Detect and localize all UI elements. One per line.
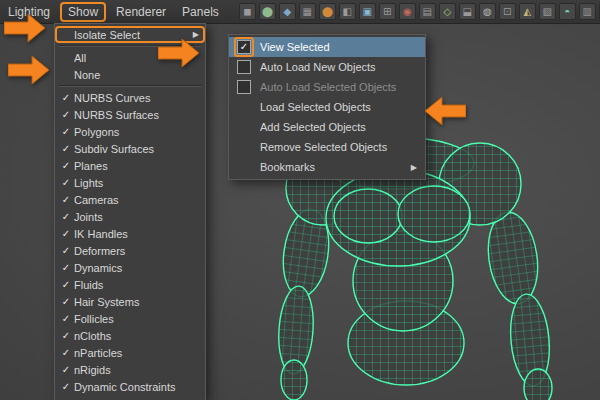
menu-item-label: Dynamic Constraints <box>74 381 189 393</box>
menu-panels[interactable]: Panels <box>174 3 227 21</box>
toolbar-icon[interactable]: ▣ <box>359 3 376 20</box>
check-icon: ✓ <box>58 160 74 171</box>
check-icon: ✓ <box>58 211 74 222</box>
toolbar-icon[interactable]: ⬤ <box>259 3 276 20</box>
submenu-item-label: Auto Load Selected Objects <box>260 81 396 93</box>
check-icon: ✓ <box>58 381 74 392</box>
annotation-arrow-show <box>4 13 46 43</box>
annotation-arrow-view-selected <box>158 38 200 68</box>
toolbar-icon[interactable]: ◉ <box>399 3 416 20</box>
submenu-item[interactable]: ✓ View Selected <box>229 37 425 57</box>
toolbar-icon[interactable]: ▦ <box>299 3 316 20</box>
toolbar-icon[interactable]: ◇ <box>439 3 456 20</box>
menu-item-label: NURBS Surfaces <box>74 109 189 121</box>
menu-item-label: Cameras <box>74 194 189 206</box>
menu-item[interactable]: ✓ Hair Systems <box>55 293 205 310</box>
menu-item-label: Planes <box>74 160 189 172</box>
menu-item[interactable]: ✓ IK Handles <box>55 225 205 242</box>
menu-item-label: IK Handles <box>74 228 189 240</box>
toolbar-icon[interactable]: ⬤ <box>319 3 336 20</box>
menu-item[interactable]: ✓ Lights <box>55 174 205 191</box>
check-icon: ✓ <box>58 364 74 375</box>
menu-item[interactable]: ✓ nCloths <box>55 327 205 344</box>
toolbar-icon[interactable]: ⬓ <box>459 3 476 20</box>
check-icon: ✓ <box>58 347 74 358</box>
toolbar-icon[interactable]: ⊡ <box>499 3 516 20</box>
toolbar-icon[interactable]: ◭ <box>519 3 536 20</box>
submenu-item-label: Bookmarks <box>260 161 315 173</box>
toolbar-icon[interactable]: ▧ <box>539 3 556 20</box>
submenu-item[interactable]: Bookmarks ▶ <box>229 157 425 177</box>
menu-item[interactable]: ✓ nRigids <box>55 361 205 378</box>
menu-item[interactable]: ✓ Subdiv Surfaces <box>55 140 205 157</box>
menu-item[interactable]: ✓ Joints <box>55 208 205 225</box>
menu-item[interactable]: ✓ Follicles <box>55 310 205 327</box>
check-icon: ✓ <box>58 279 74 290</box>
submenu-item[interactable]: Add Selected Objects <box>229 117 425 137</box>
menu-separator <box>59 85 201 87</box>
check-icon: ✓ <box>58 313 74 324</box>
check-icon: ✓ <box>58 296 74 307</box>
menu-item[interactable]: ✓ Fluids <box>55 276 205 293</box>
menu-renderer[interactable]: Renderer <box>108 3 174 21</box>
checkbox[interactable] <box>237 80 251 94</box>
checkbox-wrap <box>234 57 254 77</box>
viewport-toolbar: ◼⬤◆▦⬤◧▣⊞◉▤◇⬓◍⊡◭▧◓▥◐▩ <box>239 3 600 20</box>
submenu-item-label: Add Selected Objects <box>260 121 366 133</box>
menu-item-label: Lights <box>74 177 189 189</box>
check-icon: ✓ <box>58 126 74 137</box>
annotation-arrow-model-head <box>424 96 466 126</box>
checkbox-wrap: ✓ <box>234 37 254 57</box>
submenu-item[interactable]: Auto Load Selected Objects <box>229 77 425 97</box>
menu-item[interactable]: ✓ NURBS Surfaces <box>55 106 205 123</box>
menu-item-label: Joints <box>74 211 189 223</box>
menu-item[interactable]: None <box>55 66 205 83</box>
submenu-item[interactable]: Load Selected Objects <box>229 97 425 117</box>
menu-item-label: Subdiv Surfaces <box>74 143 189 155</box>
check-icon: ✓ <box>58 92 74 103</box>
checkbox[interactable]: ✓ <box>237 40 251 54</box>
menu-item[interactable]: ✓ <box>55 395 205 400</box>
menu-item[interactable]: ✓ Polygons <box>55 123 205 140</box>
menu-item-label: nRigids <box>74 364 189 376</box>
check-icon: ✓ <box>58 330 74 341</box>
menu-item-label: nParticles <box>74 347 189 359</box>
check-icon: ✓ <box>58 245 74 256</box>
menu-item-label: nCloths <box>74 330 189 342</box>
menu-item-label: Fluids <box>74 279 189 291</box>
submenu-item-label: Remove Selected Objects <box>260 141 387 153</box>
menu-item[interactable]: ✓ NURBS Curves <box>55 89 205 106</box>
toolbar-icon[interactable]: ⊞ <box>379 3 396 20</box>
menu-item[interactable]: ✓ Deformers <box>55 242 205 259</box>
menu-item[interactable]: ✓ Planes <box>55 157 205 174</box>
isolate-select-submenu: ✓ View Selected Auto Load New Objects Au… <box>228 34 426 180</box>
menu-item-label: Dynamics <box>74 262 189 274</box>
toolbar-icon[interactable]: ◍ <box>479 3 496 20</box>
menu-item-label: Follicles <box>74 313 189 325</box>
toolbar-icon[interactable]: ▥ <box>579 3 596 20</box>
submenu-item[interactable]: Auto Load New Objects <box>229 57 425 77</box>
toolbar-icon[interactable]: ◓ <box>559 3 576 20</box>
check-icon: ✓ <box>58 109 74 120</box>
menu-item-label: None <box>74 69 189 81</box>
annotation-arrow-isolate-select <box>8 55 50 85</box>
submenu-item-label: View Selected <box>260 41 330 53</box>
menu-item-label: Deformers <box>74 245 189 257</box>
show-menu: Isolate Select ▶ All None ✓ NURBS Curves… <box>54 23 206 400</box>
menu-item[interactable]: ✓ nParticles <box>55 344 205 361</box>
toolbar-icon[interactable]: ▤ <box>419 3 436 20</box>
menu-item[interactable]: ✓ Cameras <box>55 191 205 208</box>
menu-item[interactable]: ✓ Dynamics <box>55 259 205 276</box>
submenu-item[interactable]: Remove Selected Objects <box>229 137 425 157</box>
menu-item-label: Hair Systems <box>74 296 189 308</box>
submenu-arrow-icon: ▶ <box>411 163 417 172</box>
toolbar-icon[interactable]: ◼ <box>239 3 256 20</box>
menubar: Lighting Show Renderer Panels ◼⬤◆▦⬤◧▣⊞◉▤… <box>0 0 600 24</box>
checkbox[interactable] <box>237 60 251 74</box>
menu-item-label: NURBS Curves <box>74 92 189 104</box>
toolbar-icon[interactable]: ◧ <box>339 3 356 20</box>
menu-item[interactable]: ✓ Dynamic Constraints <box>55 378 205 395</box>
checkbox-wrap <box>234 77 254 97</box>
toolbar-icon[interactable]: ◆ <box>279 3 296 20</box>
menu-show[interactable]: Show <box>60 2 106 22</box>
